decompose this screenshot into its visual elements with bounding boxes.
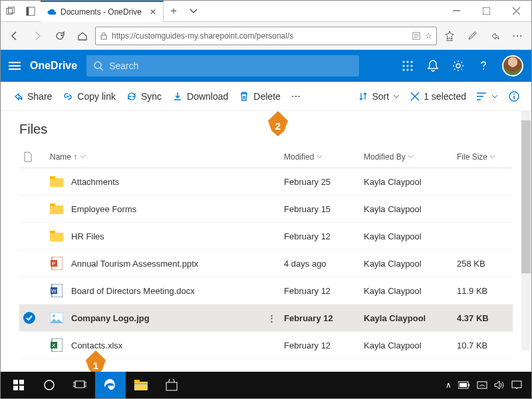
svg-point-28 bbox=[456, 64, 460, 68]
notes-icon[interactable] bbox=[462, 26, 482, 46]
tab-slide-icon[interactable] bbox=[21, 1, 41, 22]
copylink-button[interactable]: Copy link bbox=[63, 91, 116, 102]
table-row[interactable]: PAnnual Tourism Assessment.pptx⋮4 days a… bbox=[19, 250, 513, 277]
refresh-button[interactable] bbox=[50, 26, 70, 46]
download-button[interactable]: Download bbox=[172, 91, 228, 102]
sync-button[interactable]: Sync bbox=[126, 91, 162, 102]
view-options-icon[interactable] bbox=[477, 92, 498, 101]
edge-taskbar-icon[interactable] bbox=[95, 372, 126, 398]
favorite-star-icon[interactable]: ☆ bbox=[425, 31, 432, 41]
command-toolbar: Share Copy link Sync Download Delete ⋯ S… bbox=[1, 82, 531, 111]
help-icon[interactable] bbox=[477, 59, 490, 72]
onedrive-header: OneDrive Search bbox=[1, 50, 531, 82]
cortana-icon[interactable] bbox=[34, 372, 65, 398]
search-box[interactable]: Search bbox=[86, 55, 359, 76]
url-text: https://customguides-my.sharepoint.com/p… bbox=[112, 31, 408, 41]
minimize-button[interactable] bbox=[442, 7, 471, 15]
wifi-icon[interactable] bbox=[477, 381, 487, 389]
maximize-button[interactable] bbox=[471, 7, 501, 15]
row-checkbox[interactable] bbox=[23, 176, 35, 188]
tab-title: Documents - OneDrive bbox=[61, 7, 142, 17]
table-row[interactable]: Employee Forms⋮February 15Kayla Claypool bbox=[19, 196, 513, 223]
svg-rect-43 bbox=[50, 231, 55, 233]
system-tray[interactable]: ∧ bbox=[446, 380, 529, 390]
favorites-list-icon[interactable] bbox=[440, 26, 460, 46]
cell-modified-by: Kayla Claypool bbox=[360, 332, 453, 359]
file-type-header-icon[interactable] bbox=[23, 152, 33, 162]
col-name[interactable]: Name ↑ bbox=[46, 146, 280, 168]
address-bar[interactable]: https://customguides-my.sharepoint.com/p… bbox=[95, 27, 437, 45]
row-checkbox[interactable] bbox=[23, 230, 35, 242]
onedrive-brand[interactable]: OneDrive bbox=[30, 60, 77, 72]
action-center-icon[interactable] bbox=[511, 380, 522, 390]
delete-button[interactable]: Delete bbox=[239, 91, 280, 102]
selection-count[interactable]: 1 selected bbox=[410, 91, 466, 102]
row-checkbox[interactable] bbox=[23, 203, 35, 215]
app-launcher-icon[interactable] bbox=[401, 59, 414, 72]
svg-point-19 bbox=[403, 61, 405, 63]
table-row[interactable]: Attachments⋮February 25Kayla Claypool bbox=[19, 168, 513, 196]
table-row[interactable]: Company Logo.jpg⋮February 12Kayla Claypo… bbox=[19, 305, 513, 332]
svg-rect-58 bbox=[19, 386, 24, 390]
toolbar-more-icon[interactable]: ⋯ bbox=[291, 91, 301, 102]
svg-point-24 bbox=[411, 65, 413, 67]
svg-point-29 bbox=[483, 68, 484, 70]
svg-point-26 bbox=[407, 69, 409, 71]
more-browser-icon[interactable]: ⋯ bbox=[507, 26, 527, 46]
row-checkbox[interactable] bbox=[23, 257, 35, 269]
tab-group-icon[interactable] bbox=[1, 1, 21, 22]
table-row[interactable]: HR Files⋮February 12Kayla Claypool bbox=[19, 223, 513, 250]
new-tab-button[interactable]: ＋ bbox=[164, 1, 184, 22]
battery-icon[interactable] bbox=[458, 381, 470, 389]
content-area: Files Name ↑ Modified Modified By File S… bbox=[1, 111, 531, 373]
file-type-icon: X bbox=[50, 338, 63, 352]
share-button[interactable]: Share bbox=[13, 91, 52, 102]
svg-rect-62 bbox=[84, 382, 86, 386]
reader-icon[interactable] bbox=[412, 31, 421, 41]
cell-modified: February 12 bbox=[280, 223, 360, 250]
svg-rect-61 bbox=[73, 382, 75, 386]
windows-taskbar: ∧ bbox=[1, 372, 531, 398]
home-button[interactable] bbox=[72, 26, 92, 46]
close-tab-icon[interactable]: ✕ bbox=[150, 7, 156, 17]
row-checkbox[interactable] bbox=[23, 339, 35, 351]
back-button[interactable] bbox=[5, 26, 25, 46]
svg-point-27 bbox=[411, 69, 413, 71]
row-checkbox[interactable] bbox=[23, 285, 35, 297]
svg-point-59 bbox=[45, 380, 54, 390]
file-name: HR Files bbox=[71, 231, 104, 241]
col-modified[interactable]: Modified bbox=[280, 146, 360, 168]
hamburger-icon[interactable] bbox=[9, 61, 21, 70]
settings-gear-icon[interactable] bbox=[452, 59, 465, 72]
svg-rect-60 bbox=[75, 381, 84, 388]
file-type-icon bbox=[50, 229, 63, 243]
table-row[interactable]: WBoard of Directors Meeting.docx⋮Februar… bbox=[19, 277, 513, 305]
sort-button[interactable]: Sort bbox=[358, 91, 400, 102]
tray-chevron-icon[interactable]: ∧ bbox=[446, 380, 452, 390]
file-name: Attachments bbox=[71, 177, 119, 187]
share-browser-icon[interactable] bbox=[485, 26, 505, 46]
browser-tabstrip: Documents - OneDrive ✕ ＋ bbox=[1, 1, 203, 22]
col-modified-by[interactable]: Modified By bbox=[360, 146, 453, 168]
taskview-icon[interactable] bbox=[65, 372, 95, 398]
browser-tab-active[interactable]: Documents - OneDrive ✕ bbox=[41, 1, 164, 22]
cell-modified: February 15 bbox=[280, 196, 360, 223]
info-pane-icon[interactable] bbox=[509, 91, 519, 102]
svg-point-21 bbox=[411, 61, 413, 63]
close-window-button[interactable] bbox=[501, 7, 531, 15]
forward-button[interactable] bbox=[27, 26, 47, 46]
col-size[interactable]: File Size bbox=[453, 146, 513, 168]
svg-rect-5 bbox=[483, 7, 490, 15]
svg-point-20 bbox=[407, 61, 409, 63]
start-button[interactable] bbox=[3, 372, 34, 398]
file-type-icon: W bbox=[50, 284, 63, 297]
store-taskbar-icon[interactable] bbox=[156, 372, 187, 398]
volume-icon[interactable] bbox=[494, 380, 505, 390]
svg-rect-69 bbox=[460, 383, 467, 387]
notifications-icon[interactable] bbox=[426, 59, 440, 72]
user-avatar[interactable] bbox=[502, 55, 523, 76]
tab-chevron-icon[interactable] bbox=[184, 1, 203, 22]
row-more-icon[interactable]: ⋮ bbox=[267, 313, 276, 323]
row-checkbox[interactable] bbox=[23, 312, 35, 324]
explorer-taskbar-icon[interactable] bbox=[126, 372, 156, 398]
